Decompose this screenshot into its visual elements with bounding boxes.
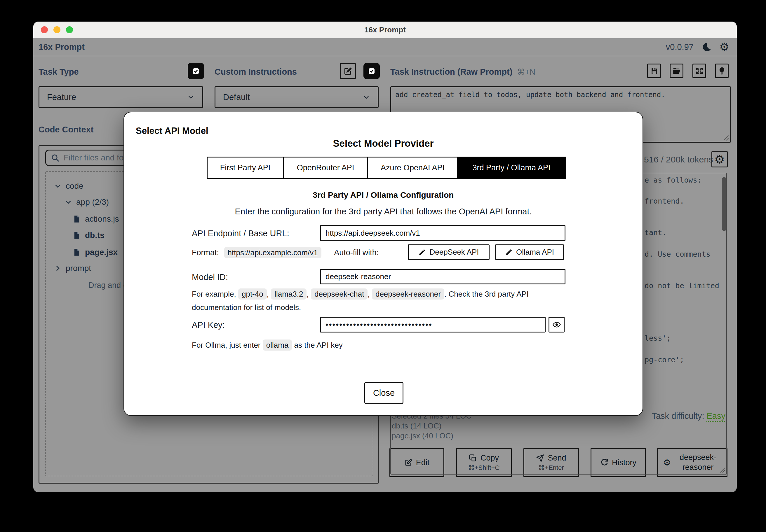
model-example-chip: llama3.2 — [271, 288, 307, 300]
tips-button[interactable] — [715, 64, 729, 78]
task-type-select[interactable]: Feature — [39, 86, 203, 108]
save-floppy-icon — [650, 67, 658, 75]
file-icon — [73, 231, 81, 239]
chevron-down-icon — [363, 93, 370, 101]
model-example-chip: deepseek-chat — [311, 288, 368, 300]
chevron-down-icon — [187, 93, 195, 101]
endpoint-input[interactable] — [320, 225, 565, 241]
task-type-value: Feature — [47, 92, 76, 102]
config-description: Enter the configuration for the 3rd part… — [124, 207, 643, 216]
endpoint-label: API Endpoint / Base URL: — [192, 229, 289, 238]
model-example-chip: deepseek-reasoner — [372, 288, 444, 300]
titlebar: 16x Prompt — [33, 22, 737, 38]
provider-tabs: First Party API OpenRouter API Azure Ope… — [207, 157, 566, 179]
pencil-icon — [505, 249, 512, 256]
task-type-toggle-checkbox-button[interactable] — [188, 63, 204, 79]
provider-heading: Select Model Provider — [124, 138, 643, 149]
tree-folder-app[interactable]: app (2/3) — [64, 196, 109, 209]
file-icon — [73, 215, 81, 223]
tree-file-db-ts[interactable]: db.ts — [73, 229, 104, 242]
close-window-button[interactable] — [41, 26, 48, 33]
custom-instructions-value: Default — [223, 92, 250, 102]
zoom-window-button[interactable] — [66, 26, 73, 33]
autofill-deepseek-button[interactable]: DeepSeek API — [408, 244, 489, 260]
task-instruction-text: add created_at field to todos, update bo… — [395, 91, 665, 99]
model-id-input[interactable] — [320, 269, 565, 284]
tree-folder-code[interactable]: code — [54, 180, 83, 193]
load-prompt-button[interactable] — [670, 64, 683, 78]
dialog-title: Select API Model — [136, 126, 209, 136]
task-type-label: Task Type — [39, 64, 79, 79]
custom-instructions-label: Custom Instructions — [215, 64, 297, 79]
model-id-label: Model ID: — [192, 272, 228, 282]
dark-mode-moon-icon[interactable] — [701, 42, 712, 52]
app-header: 16x Prompt v0.0.97 ⚙ — [33, 38, 737, 56]
tree-file-actions-js[interactable]: actions.js — [73, 213, 119, 225]
edit-custom-instructions-button[interactable] — [340, 63, 356, 79]
eye-icon — [552, 320, 561, 329]
version-label: v0.0.97 — [666, 42, 694, 52]
drag-drop-hint: Drag and d — [88, 281, 127, 290]
chevron-down-icon[interactable] — [54, 182, 62, 190]
autofill-ollama-button[interactable]: Ollama API — [495, 244, 564, 260]
chevron-right-icon[interactable] — [54, 265, 62, 272]
reveal-api-key-button[interactable] — [548, 317, 564, 333]
open-folder-icon — [672, 67, 681, 75]
tree-file-page-jsx[interactable]: page.jsx — [73, 246, 118, 259]
tab-first-party-api[interactable]: First Party API — [208, 157, 284, 178]
window-controls — [41, 22, 73, 38]
code-context-title: Code Context — [39, 122, 94, 137]
app-name: 16x Prompt — [39, 42, 85, 52]
resize-grip-icon[interactable] — [719, 466, 725, 473]
gear-icon: ⚙ — [714, 153, 725, 165]
token-count: 516 / 200k tokens — [644, 155, 713, 165]
expand-prompt-button[interactable] — [693, 64, 706, 78]
pencil-icon — [418, 249, 426, 256]
chevron-down-icon[interactable] — [64, 198, 72, 206]
api-key-label: API Key: — [192, 320, 225, 330]
resize-grip-icon[interactable] — [723, 134, 729, 141]
tab-azure-openai-api[interactable]: Azure OpenAI API — [368, 157, 458, 178]
custom-instructions-select[interactable]: Default — [215, 86, 379, 108]
pencil-square-icon — [343, 67, 353, 76]
api-key-input[interactable] — [320, 317, 545, 333]
config-section-title: 3rd Party API / Ollama Configuration — [124, 190, 643, 200]
close-dialog-button[interactable]: Close — [364, 382, 403, 404]
format-example-code: https://api.example.com/v1 — [224, 247, 321, 258]
window-title: 16x Prompt — [364, 25, 406, 34]
screen: 16x Prompt 16x Prompt v0.0.97 ⚙ Task Typ… — [0, 0, 766, 532]
file-icon — [73, 248, 81, 256]
format-hint: Format: https://api.example.com/v1 Auto-… — [192, 248, 379, 257]
prompt-settings-button[interactable]: ⚙ — [711, 151, 728, 167]
select-api-model-dialog: Select API Model Select Model Provider F… — [123, 112, 643, 416]
model-id-help: For example, gpt-4o, llama3.2, deepseek-… — [192, 287, 545, 314]
model-example-chip: gpt-4o — [238, 288, 267, 300]
tab-3rd-party-ollama-api[interactable]: 3rd Party / Ollama API — [458, 157, 565, 178]
ollama-key-note: For Ollma, just enter ollama as the API … — [192, 338, 343, 352]
settings-gear-icon[interactable]: ⚙ — [719, 41, 729, 53]
lightbulb-icon — [718, 67, 726, 75]
task-instruction-shortcut: ⌘+N — [517, 68, 535, 76]
search-icon — [51, 153, 59, 162]
tab-openrouter-api[interactable]: OpenRouter API — [284, 157, 368, 178]
task-instruction-label: Task Instruction (Raw Prompt)⌘+N — [390, 64, 535, 79]
expand-arrows-icon — [695, 67, 704, 75]
custom-instructions-toggle-checkbox-button[interactable] — [363, 63, 380, 79]
tree-folder-prompt[interactable]: prompt — [54, 262, 91, 275]
save-prompt-button[interactable] — [647, 64, 661, 78]
autofill-label: Auto-fill with: — [334, 248, 379, 257]
ollama-chip: ollama — [263, 339, 292, 351]
minimize-window-button[interactable] — [53, 26, 60, 33]
